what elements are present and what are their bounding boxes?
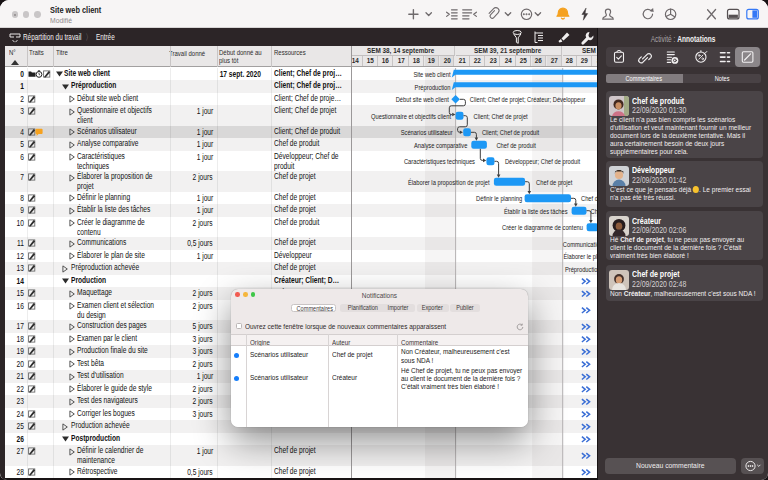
svg-text:Client; Chef de projet: Client; Chef de projet xyxy=(474,111,529,120)
svg-text:Chef de projet: Chef de projet xyxy=(536,177,573,186)
svg-text:Scénarios utilisateur: Scénarios utilisateur xyxy=(401,128,453,137)
svg-text:Client; Chef de produit: Client; Chef de produit xyxy=(482,128,540,137)
svg-text:Analyse comparative: Analyse comparative xyxy=(414,140,468,149)
svg-text:Créer le diagramme de contenu: Créer le diagramme de contenu xyxy=(502,223,583,232)
svg-text:Caractéristiques techniques: Caractéristiques techniques xyxy=(404,157,475,166)
svg-text:Chef de produit: Chef de produit xyxy=(496,140,536,149)
svg-text:Élaborer le plan de site: Élaborer le plan de site xyxy=(563,252,597,261)
svg-text:Début site web client: Début site web client xyxy=(396,95,450,104)
svg-text:Communications: Communications xyxy=(563,239,597,248)
svg-text:Établir la liste des tâches: Établir la liste des tâches xyxy=(504,206,568,215)
svg-text:Définir le planning: Définir le planning xyxy=(476,194,522,203)
svg-text:Développeur; Chef de produit: Développeur; Chef de produit xyxy=(505,157,581,166)
svg-text:Élaborer la proposition de pro: Élaborer la proposition de projet xyxy=(408,177,490,186)
svg-text:Préproduction: Préproduction xyxy=(415,82,451,91)
svg-text:Client; Chef de projet; Créate: Client; Chef de projet; Créateur; Dévelo… xyxy=(470,95,586,104)
svg-text:Chef de projet: Chef de projet xyxy=(581,194,597,203)
svg-text:Site web client: Site web client xyxy=(413,70,451,79)
svg-text:Préproduction achevée: Préproduction achevée xyxy=(565,264,597,273)
svg-text:Questionnaire et objectifs cli: Questionnaire et objectifs client xyxy=(371,111,452,120)
